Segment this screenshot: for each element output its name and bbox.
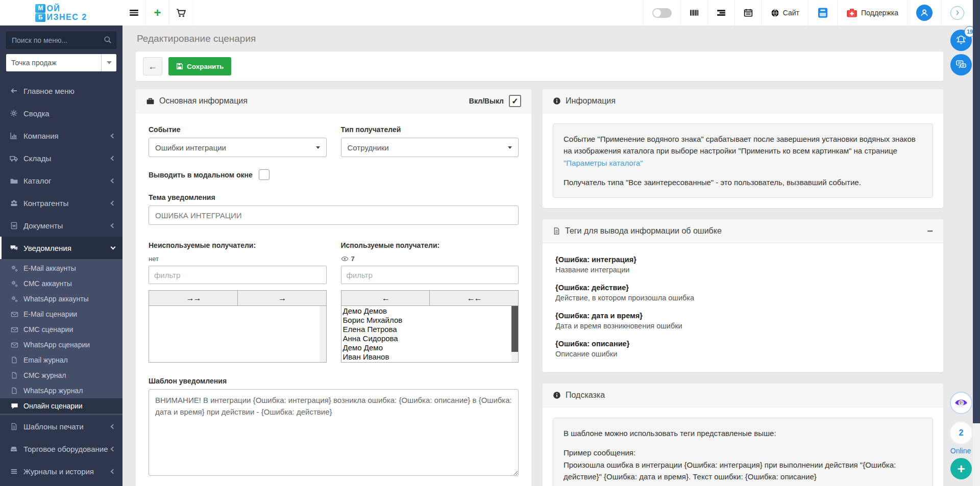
modal-checkbox[interactable] (259, 169, 270, 180)
sidebar-item-print-templates[interactable]: Шаблоны печати (0, 415, 122, 438)
inbox-icon (8, 445, 20, 453)
tasks-button[interactable] (707, 0, 734, 25)
submenu-item-label: СМС аккаунты (23, 279, 72, 288)
move-all-right-button[interactable]: →→ (149, 290, 238, 306)
point-of-sale-select[interactable]: Точка продаж (6, 54, 116, 71)
info-panel-title: Информация (566, 96, 616, 106)
point-of-sale-value: Точка продаж (6, 59, 101, 67)
tags-panel-header: Теги для вывода информации об ошибке − (543, 219, 943, 243)
used-filter-input[interactable] (341, 266, 519, 284)
sidebar-item-summary[interactable]: Сводка (0, 102, 122, 124)
scrollbar-track[interactable] (320, 306, 326, 362)
collapse-button[interactable]: − (927, 226, 933, 236)
add-floating-button[interactable]: + (950, 458, 972, 479)
notifications-submenu: E-Mail аккаунты СМС аккаунты WhatsApp ак… (0, 259, 122, 415)
topbar: М Б ОЙ ИЗНЕС 2 + (0, 0, 973, 25)
sidebar-item-trade-equipment[interactable]: Торговое оборудование (0, 438, 122, 460)
sidebar-item-documents[interactable]: Документы (0, 214, 122, 237)
info-icon (553, 97, 561, 105)
submenu-item-label: Онлайн сценарии (23, 402, 83, 410)
submenu-sms-accounts[interactable]: СМС аккаунты (0, 276, 122, 291)
menu-search-input[interactable] (6, 32, 116, 49)
info-paragraph-1: Событие "Применение водяного знака" сраб… (564, 133, 922, 169)
onoff-checkbox[interactable]: ✓ (509, 95, 521, 107)
watcher-button[interactable] (950, 392, 972, 414)
sidebar-item-counterparties[interactable]: Контрагенты (0, 192, 122, 214)
submenu-whatsapp-scenarios[interactable]: WhatsApp сценарии (0, 337, 122, 352)
quick-add-button[interactable]: + (146, 0, 169, 25)
barcode-button[interactable] (680, 0, 707, 25)
unused-recipients-caption: нет (149, 254, 327, 263)
tags-panel: Теги для вывода информации об ошибке − {… (543, 219, 943, 372)
submenu-sms-scenarios[interactable]: СМС сценарии (0, 322, 122, 337)
sidebar-item-main-menu[interactable]: Главное меню (0, 80, 122, 102)
profile-button[interactable] (907, 0, 941, 25)
main-info-header: Основная информация Вкл/Выкл ✓ (136, 89, 531, 113)
tag-description: Название интеграции (555, 266, 930, 274)
unused-filter-input[interactable] (149, 266, 327, 284)
support-label: Поддержка (861, 9, 898, 17)
list-item[interactable]: Елена Петрова (343, 325, 517, 334)
sidebar-item-notifications[interactable]: Уведомления (0, 237, 122, 259)
event-select-value: Ошибки интеграции (155, 143, 226, 152)
submenu-email-accounts[interactable]: E-Mail аккаунты (0, 261, 122, 276)
messages-button[interactable] (950, 54, 972, 75)
submenu-email-log[interactable]: Email журнал (0, 352, 122, 368)
submenu-sms-log[interactable]: СМС журнал (0, 368, 122, 383)
scrollbar-thumb[interactable] (511, 306, 518, 352)
move-right-button[interactable]: → (237, 290, 327, 306)
document-icon (553, 227, 560, 235)
tag-block: {Ошибка: описание} Описание ошибки (555, 340, 930, 358)
list-item[interactable]: Анна Сидорова (343, 334, 517, 343)
sidebar-item-logs-history[interactable]: Журналы и история (0, 460, 122, 482)
sidebar-item-label: Каталог (23, 176, 52, 185)
chevron-left-icon (111, 178, 116, 183)
chevron-left-icon (111, 446, 116, 451)
arrow-left-icon: ← (148, 61, 157, 72)
list-item[interactable]: Борис Михайлов (343, 316, 517, 325)
word-doc-icon (8, 222, 20, 229)
sidebar-item-company[interactable]: Компания (0, 124, 122, 147)
submenu-whatsapp-log[interactable]: WhatsApp журнал (0, 383, 122, 398)
list-item[interactable]: Иван Иванов (343, 352, 517, 362)
calendar-button[interactable] (734, 0, 762, 25)
cart-button[interactable] (169, 0, 193, 25)
site-link[interactable]: Сайт (762, 0, 808, 25)
brand-logo[interactable]: М Б ОЙ ИЗНЕС 2 (35, 4, 87, 22)
page-scrollbar-thumb[interactable] (973, 0, 980, 423)
toggle-switch-off[interactable] (652, 8, 672, 18)
move-left-button[interactable]: ← (341, 290, 430, 306)
calendar-widget-button[interactable] (808, 0, 837, 25)
mode-toggle[interactable] (643, 0, 680, 25)
template-textarea[interactable]: ВНИМАНИЕ! В интеграции {Ошибка: интеграц… (149, 389, 519, 476)
main-content: Редактирование сценария ← Сохранить Осно… (122, 25, 973, 486)
event-select[interactable]: Ошибки интеграции (149, 138, 327, 157)
site-label: Сайт (783, 9, 799, 17)
notifications-bell-button[interactable]: 19 (950, 30, 972, 51)
submenu-whatsapp-accounts[interactable]: WhatsApp аккаунты (0, 291, 122, 306)
list-item[interactable]: Демо Демо (343, 343, 517, 352)
list-item[interactable]: Демо Демов (343, 306, 517, 316)
support-link[interactable]: Поддержка (837, 0, 907, 25)
subject-label: Тема уведомления (149, 193, 519, 201)
sidebar-item-catalog[interactable]: Каталог (0, 169, 122, 192)
online-label: Online (945, 447, 976, 455)
online-users-button[interactable]: 2 (949, 421, 973, 445)
submenu-online-scenarios[interactable]: Онлайн сценарии (0, 398, 122, 414)
submenu-email-scenarios[interactable]: E-Mail сценарии (0, 306, 122, 322)
brand-tile-m: М (35, 4, 45, 13)
sidebar-item-warehouses[interactable]: Склады (0, 147, 122, 169)
collapse-panel-button[interactable] (941, 0, 973, 25)
toolbar: ← Сохранить (136, 52, 943, 81)
used-recipients-list[interactable]: Демо Демов Борис Михайлов Елена Петрова … (341, 305, 519, 363)
recipient-type-select[interactable]: Сотрудники (341, 138, 519, 157)
move-left-buttons: ← ←← (341, 290, 519, 306)
unused-recipients-list[interactable] (149, 305, 327, 363)
back-button[interactable]: ← (143, 57, 162, 75)
info-paragraph-2: Получатель типа "Все заинтересованные" -… (564, 176, 922, 188)
subject-input[interactable] (149, 206, 519, 225)
move-all-left-button[interactable]: ←← (429, 290, 519, 306)
catalog-params-link[interactable]: "Параметры каталога" (564, 159, 643, 167)
save-button[interactable]: Сохранить (168, 57, 231, 75)
sidebar-toggle-button[interactable] (122, 0, 146, 25)
